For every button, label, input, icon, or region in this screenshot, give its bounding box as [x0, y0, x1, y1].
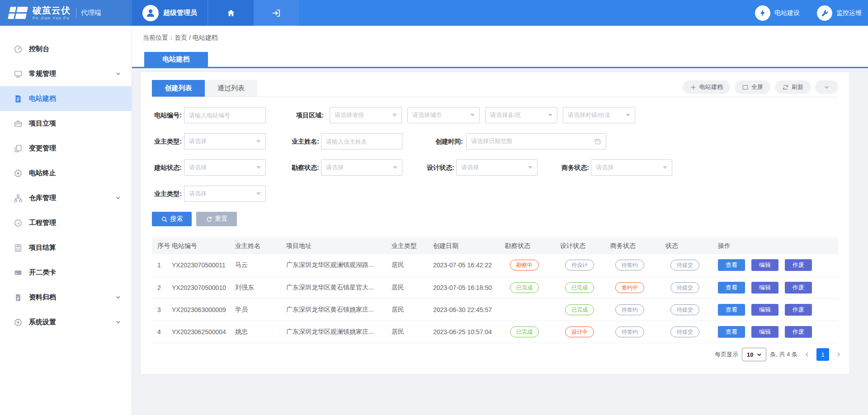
- station-no-input[interactable]: [184, 107, 266, 123]
- toolbar-refresh-button[interactable]: 刷新: [775, 80, 811, 94]
- sidebar-item-data-archive[interactable]: 资料归档: [0, 285, 132, 310]
- owner-type-select[interactable]: 请选择: [184, 133, 266, 149]
- status-pill: 待提交: [670, 326, 699, 337]
- circle-dot-icon: [14, 318, 23, 327]
- station-no-cell: YX2023062500004: [172, 321, 235, 343]
- void-button[interactable]: 作废: [785, 282, 812, 294]
- date-range-input[interactable]: 请选择日期范围: [466, 133, 606, 149]
- header-nav-station-build[interactable]: 电站建设: [755, 5, 800, 21]
- void-button[interactable]: 作废: [785, 326, 812, 338]
- header-nav-monitor-ops[interactable]: 监控运维: [817, 5, 862, 21]
- page-number-1[interactable]: 1: [816, 348, 829, 361]
- address-cell: 广东深圳龙华区黄石镇星官大...: [286, 276, 392, 298]
- address-cell: 广东深圳龙华区黄石镇姚家庄...: [286, 298, 392, 321]
- home-icon: [226, 8, 236, 18]
- caret-down-icon: [393, 166, 397, 169]
- sidebar-item-label: 控制台: [29, 45, 49, 53]
- region-selects: 请选择省份请选择城市请选择县/区请选择村镇/街道: [330, 107, 635, 123]
- tab-passed-list[interactable]: 通过列表: [205, 80, 257, 97]
- edit-button[interactable]: 编辑: [751, 304, 778, 316]
- survey-status-select[interactable]: 请选择: [321, 159, 402, 176]
- sidebar-item-station-filing[interactable]: 电站建档: [0, 86, 132, 111]
- sidebar-item-type2-card[interactable]: 开二类卡: [0, 260, 132, 285]
- view-button[interactable]: 查看: [718, 259, 745, 271]
- sidebar-item-project-initiation[interactable]: 项目立项: [0, 111, 132, 136]
- home-button[interactable]: [208, 0, 254, 26]
- survey-status-pill: 已完成: [510, 326, 539, 337]
- pagination: 每页显示 10 条, 共 4 条 1: [715, 348, 844, 361]
- sidebar-item-console[interactable]: 控制台: [0, 37, 132, 61]
- sidebar-item-system-settings[interactable]: 系统设置: [0, 310, 132, 335]
- sidebar-item-general-mgmt[interactable]: 常规管理: [0, 61, 132, 86]
- toolbar-fullscreen-button[interactable]: 全屏: [735, 80, 770, 94]
- table-column-header: 业主姓名: [235, 238, 286, 254]
- table-column-header: 状态: [665, 238, 718, 254]
- region-select-1[interactable]: 请选择省份: [330, 107, 402, 123]
- business-status-pill-cell: 待签约: [610, 321, 665, 343]
- design-status-select[interactable]: 请选择: [456, 159, 538, 176]
- chevron-down-icon: [115, 70, 122, 77]
- view-button[interactable]: 查看: [718, 326, 745, 338]
- logo: 破茧云伏 Po Jian Yun Fu 代理端: [0, 0, 132, 26]
- business-status-label: 商务状态:: [548, 159, 589, 176]
- logo-title: 破茧云伏: [33, 6, 71, 15]
- build-status-select[interactable]: 请选择: [184, 159, 266, 176]
- logo-icon: [8, 7, 29, 19]
- page-tab-station-filing[interactable]: 电站建档: [144, 52, 208, 67]
- table-row: 2YX2023070500010刘强东广东深圳龙华区黄石镇星官大...居民202…: [152, 276, 838, 298]
- logo-subtitle: Po Jian Yun Fu: [33, 16, 71, 20]
- sidebar-item-project-settlement[interactable]: 项目结算: [0, 235, 132, 260]
- logout-button[interactable]: [254, 0, 299, 26]
- sidebar-item-warehouse-mgmt[interactable]: 仓库管理: [0, 186, 132, 210]
- prev-page-button[interactable]: [801, 349, 813, 360]
- owner-name-cell: 刘强东: [235, 276, 286, 298]
- status-pill: 待提交: [670, 260, 699, 270]
- status-pill-cell: 待提交: [665, 276, 718, 298]
- owner-type2-select[interactable]: 请选择: [184, 186, 266, 202]
- sidebar-item-engineering-mgmt[interactable]: 工程管理: [0, 210, 132, 235]
- edit-button[interactable]: 编辑: [751, 326, 778, 338]
- per-page-select[interactable]: 10: [742, 348, 766, 361]
- table-body: 1YX2023070500011马云广东深圳龙华区观澜镇观湖路...居民2023…: [152, 254, 838, 343]
- sidebar-item-station-termination[interactable]: 电站终止: [0, 161, 132, 186]
- sidebar-item-change-mgmt[interactable]: 变更管理: [0, 136, 132, 161]
- chevron-down-icon: [115, 195, 122, 201]
- void-button[interactable]: 作废: [785, 259, 812, 271]
- logo-divider: [76, 8, 76, 19]
- table-column-header: 业主类型: [392, 238, 433, 254]
- view-button[interactable]: 查看: [718, 282, 745, 294]
- user-menu[interactable]: 超级管理员: [132, 0, 208, 26]
- edit-button[interactable]: 编辑: [751, 282, 778, 294]
- search-button[interactable]: 搜索: [152, 212, 192, 226]
- view-button[interactable]: 查看: [718, 304, 745, 316]
- owner-name-input[interactable]: [321, 133, 402, 149]
- table-column-header: 电站编号: [172, 238, 235, 254]
- survey-status-pill: 已完成: [510, 282, 539, 293]
- design-status-pill: 已完成: [565, 304, 594, 315]
- next-page-button[interactable]: [833, 349, 844, 360]
- caret-down-icon: [392, 114, 397, 117]
- chevron-down-icon: [115, 319, 122, 326]
- fullscreen-icon: [742, 84, 749, 91]
- owner-name-cell: 学员: [235, 298, 286, 321]
- region-select-2[interactable]: 请选择城市: [407, 107, 480, 123]
- region-select-3[interactable]: 请选择县/区: [485, 107, 557, 123]
- edit-button[interactable]: 编辑: [751, 259, 778, 271]
- region-select-4[interactable]: 请选择村镇/街道: [563, 107, 635, 123]
- tab-create-list[interactable]: 创建列表: [152, 80, 205, 97]
- row-index: 3: [152, 298, 172, 321]
- file-icon: [14, 293, 23, 302]
- toolbar-button-label: 刷新: [792, 83, 803, 91]
- business-status-select[interactable]: 请选择: [591, 159, 672, 176]
- reset-button[interactable]: 重置: [196, 212, 237, 226]
- toolbar-add-station-button[interactable]: 电站建档: [683, 80, 730, 94]
- owner-type-cell: 居民: [392, 298, 433, 321]
- business-status-pill: 签约中: [615, 282, 644, 293]
- header-nav-label: 监控运维: [836, 9, 862, 17]
- void-button[interactable]: 作废: [785, 304, 812, 316]
- toolbar-collapse-button[interactable]: [815, 80, 838, 94]
- status-pill-cell: 待提交: [665, 321, 718, 343]
- select-placeholder: 请选择县/区: [490, 111, 521, 119]
- station-no-cell: YX2023070500010: [172, 276, 235, 298]
- design-status-pill-cell: 已完成: [560, 298, 610, 321]
